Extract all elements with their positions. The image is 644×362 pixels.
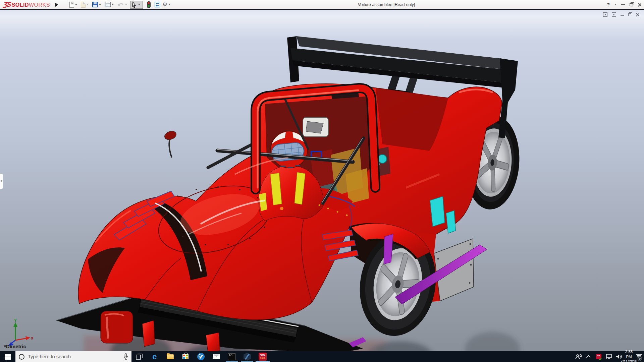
titlebar: ƷS SOLID WORKS ⚙ Voiture assomblee [Read… (0, 0, 644, 9)
store-icon (182, 354, 189, 359)
chevron-down-icon[interactable] (99, 4, 101, 5)
mail-icon (213, 354, 220, 359)
orientation-triad: Y X (5, 317, 33, 348)
windows-logo-icon (5, 354, 11, 360)
taskbar-solidworks[interactable]: SW 2017 (255, 351, 270, 362)
chevron-down-icon[interactable] (75, 4, 77, 5)
save-button[interactable] (92, 1, 103, 9)
triad-x-label: X (31, 336, 33, 340)
nose-duct (101, 311, 133, 343)
menu-flyout-arrow-icon[interactable] (55, 3, 58, 7)
solidworks-2017-icon: SW 2017 (259, 353, 267, 361)
action-center-button[interactable]: 2 (634, 351, 644, 362)
window-controls: ? (607, 0, 641, 9)
network-button[interactable] (604, 351, 614, 362)
undo-button[interactable] (117, 1, 129, 9)
document-window-controls: ◂ ▸ (603, 12, 639, 17)
minimize-button[interactable] (621, 4, 625, 5)
chevron-down-icon[interactable] (168, 4, 170, 5)
help-chevron-icon[interactable] (614, 4, 616, 5)
people-icon (575, 354, 582, 359)
file-explorer-icon (167, 354, 174, 359)
window-title: Voiture assomblee [Read-only] (358, 2, 415, 7)
solidworks-monitor-tray[interactable]: sw (594, 351, 604, 362)
side-mirror-left (163, 130, 177, 158)
clock-time: 2:58 PM (624, 349, 634, 359)
taskbar-clock[interactable]: 2:58 PM 7/11/2018 (624, 351, 634, 362)
dash-gauge (378, 155, 387, 163)
network-icon (605, 354, 612, 359)
chevron-down-icon[interactable] (125, 4, 127, 5)
taskbar: e C:\_ SW 2017 sw (0, 351, 644, 362)
solidworks-check-icon: sw (596, 354, 601, 359)
cursor-arrow-icon (131, 1, 137, 8)
task-view-icon (136, 354, 143, 360)
triad-y-label: Y (14, 318, 17, 323)
taskbar-mail[interactable] (209, 351, 224, 362)
edge-icon: e (152, 353, 157, 361)
hidden-icons-button[interactable] (584, 351, 594, 362)
taskbar-store[interactable] (178, 351, 193, 362)
taskbar-command-prompt[interactable]: C:\_ (224, 351, 239, 362)
wrench-circle-icon (197, 353, 205, 360)
view-orientation-label: *Dimetric (4, 344, 26, 349)
start-button[interactable] (0, 351, 15, 362)
gear-icon: ⚙ (162, 2, 167, 7)
open-button[interactable] (80, 1, 91, 9)
search-input[interactable] (28, 354, 112, 359)
quick-access-toolbar: ⚙ (69, 1, 173, 9)
taskbar-search[interactable] (15, 351, 131, 362)
chevron-down-icon[interactable] (112, 4, 114, 5)
options-button[interactable]: ⚙ (162, 1, 173, 9)
show-left-pane-button[interactable]: ◂ (603, 12, 607, 17)
restore-button[interactable] (630, 3, 633, 6)
rear-view-mirror (303, 117, 328, 137)
minimize-document-button[interactable] (621, 15, 624, 16)
help-button[interactable]: ? (607, 0, 610, 9)
rebuild-button[interactable] (146, 1, 151, 9)
taskbar-edge[interactable]: e (147, 351, 162, 362)
new-document-icon (69, 2, 74, 8)
desktop: { "app": { "title": "Voiture assomblee [… (0, 0, 644, 362)
open-folder-icon (81, 2, 86, 8)
taskbar-tool-app[interactable] (193, 351, 209, 362)
hexagon-app-icon (244, 353, 251, 361)
cortana-icon (19, 354, 24, 360)
chevron-up-icon (586, 355, 590, 359)
print-button[interactable] (104, 1, 116, 9)
traffic-light-icon (147, 1, 151, 8)
task-view-button[interactable] (131, 351, 147, 362)
chevron-down-icon[interactable] (87, 4, 89, 5)
properties-form-icon (155, 2, 160, 7)
speaker-icon (615, 354, 622, 359)
system-tray: sw 2:58 PM 7/11/2018 2 (574, 351, 644, 362)
taskbar-file-explorer[interactable] (162, 351, 178, 362)
notification-badge: 2 (638, 357, 642, 361)
undo-arrow-icon (117, 2, 124, 7)
show-right-pane-button[interactable]: ▸ (612, 12, 616, 17)
close-button[interactable] (638, 3, 641, 7)
close-document-button[interactable] (636, 13, 639, 16)
brand-solid: SOLID (12, 2, 29, 8)
command-prompt-icon: C:\_ (228, 353, 236, 360)
car-model[interactable] (0, 10, 644, 351)
microphone-icon[interactable] (123, 353, 128, 360)
people-button[interactable] (574, 351, 584, 362)
select-tool-button[interactable] (130, 1, 143, 9)
brand-works: WORKS (29, 2, 50, 8)
taskbar-hexagon-app[interactable] (239, 351, 255, 362)
solidworks-logo: ƷS SOLID WORKS (3, 1, 50, 8)
restore-document-button[interactable] (628, 13, 631, 16)
printer-icon (105, 2, 111, 7)
feature-panel-collapsed-tab[interactable] (0, 174, 3, 189)
file-properties-button[interactable] (154, 1, 161, 9)
chevron-down-icon[interactable] (138, 4, 140, 5)
save-floppy-icon (92, 2, 98, 7)
solidworks-logo-mark-icon: ƷS (3, 1, 11, 8)
new-document-button[interactable] (69, 1, 79, 9)
graphics-area[interactable]: ◂ ▸ Y X *Dimetric (0, 10, 644, 351)
